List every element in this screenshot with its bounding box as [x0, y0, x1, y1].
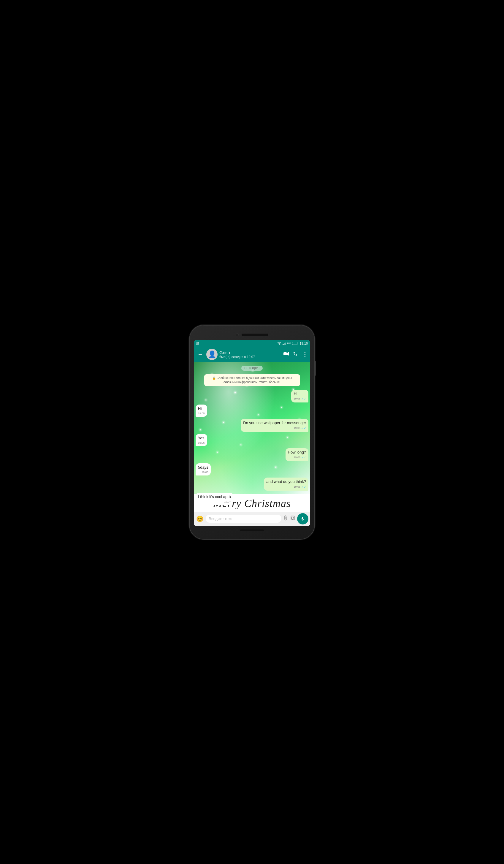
signal-icon — [283, 341, 286, 345]
message-bubble-out[interactable]: How long? 19:06 ✓✓ — [286, 448, 308, 461]
message-row: Hi 19:05 ✓✓ — [196, 390, 308, 403]
phone-bottom — [194, 527, 310, 533]
message-meta: 19:05 ✓✓ — [293, 397, 306, 401]
contact-status: был(-а) сегодня в 19:07 — [219, 355, 282, 359]
svg-point-0 — [279, 344, 280, 345]
message-bubble-in[interactable]: Yes 19:06 — [196, 434, 207, 446]
message-bubble-out[interactable]: Hi 19:05 ✓✓ — [291, 390, 308, 403]
message-meta: 19:06 ✓✓ — [288, 456, 306, 460]
message-time: 19:06 — [198, 441, 205, 445]
phone-top-bar — [194, 331, 310, 339]
more-options-icon[interactable]: ⋮ — [302, 351, 308, 358]
battery-icon — [292, 342, 298, 345]
message-time: 19:06 — [293, 485, 300, 489]
message-input-area: 😊 Введите текст — [194, 512, 310, 526]
mic-button[interactable] — [297, 513, 308, 525]
message-meta: 19:06 ✓✓ — [266, 485, 306, 489]
status-time: 19:10 — [300, 341, 308, 345]
message-row: Do you use wallpaper for messenger 19:05… — [196, 419, 308, 432]
svg-rect-1 — [284, 352, 287, 355]
battery-percent: 8% — [287, 342, 291, 345]
message-bubble-out[interactable]: Do you use wallpaper for messenger 19:05… — [241, 419, 308, 432]
message-time: 19:07 — [224, 500, 231, 504]
contact-name: Grish — [219, 350, 282, 355]
svg-marker-2 — [287, 352, 289, 356]
message-text: Hi — [293, 392, 297, 396]
message-row: I think it's cool app) 19:07 — [196, 493, 308, 505]
text-input[interactable]: Введите текст — [206, 515, 281, 523]
wifi-icon — [277, 341, 281, 345]
video-call-icon[interactable] — [284, 352, 289, 357]
status-bar: 🖼 8% — [194, 340, 310, 347]
message-text: 5days — [198, 465, 208, 470]
message-time: 19:05 — [293, 426, 300, 430]
input-container: Merry Christmas 😊 Введите текст — [194, 512, 310, 526]
message-meta: 19:05 — [198, 412, 205, 416]
message-time: 19:05 — [293, 397, 300, 401]
message-meta: 19:05 ✓✓ — [243, 426, 306, 430]
status-right: 8% 19:10 — [277, 341, 308, 345]
read-receipt-icon: ✓✓ — [301, 456, 306, 460]
emoji-button[interactable]: 😊 — [196, 515, 204, 523]
message-text: How long? — [288, 450, 306, 454]
message-text: Hi — [198, 406, 202, 411]
date-badge: СЕГОДНЯ — [241, 366, 262, 371]
read-receipt-icon: ✓✓ — [301, 485, 306, 489]
message-time: 19:06 — [293, 456, 300, 459]
attach-button[interactable] — [283, 515, 288, 522]
avatar[interactable]: 👤 — [206, 349, 218, 360]
message-bubble-in[interactable]: 5days 19:06 — [196, 463, 211, 476]
front-camera — [236, 333, 239, 336]
contact-info[interactable]: Grish был(-а) сегодня в 19:07 — [219, 350, 282, 359]
header-actions: ⋮ — [284, 351, 308, 358]
camera-button[interactable] — [290, 516, 296, 522]
message-row: and what do you think? 19:06 ✓✓ — [196, 478, 308, 490]
message-text: Yes — [198, 436, 204, 440]
system-message: 🔒 Сообщения и звонки в данном чате тепер… — [204, 374, 300, 386]
message-row: Yes 19:06 — [196, 434, 308, 446]
status-left: 🖼 — [196, 341, 199, 345]
read-receipt-icon: ✓✓ — [301, 397, 306, 401]
chat-content: СЕГОДНЯ 🔒 Сообщения и звонки в данном ча… — [194, 362, 310, 508]
phone-device: 🖼 8% — [190, 325, 314, 539]
notification-icon: 🖼 — [196, 341, 199, 345]
message-meta: 19:06 — [198, 470, 208, 474]
message-text: Do you use wallpaper for messenger — [243, 421, 306, 425]
message-text: I think it's cool app) — [198, 494, 231, 499]
message-row: Hi 19:05 — [196, 405, 308, 417]
chat-area[interactable]: СЕГОДНЯ 🔒 Сообщения и звонки в данном ча… — [194, 362, 310, 512]
speaker-grille — [242, 334, 268, 336]
phone-call-icon[interactable] — [293, 351, 298, 357]
power-button — [315, 361, 316, 376]
message-time: 19:06 — [202, 470, 208, 474]
message-time: 19:05 — [198, 412, 205, 416]
back-button[interactable]: ← — [196, 350, 204, 359]
message-bubble-in[interactable]: I think it's cool app) 19:07 — [196, 493, 233, 505]
message-row: 5days 19:06 — [196, 463, 308, 476]
message-bubble-in[interactable]: Hi 19:05 — [196, 405, 207, 417]
message-bubble-out[interactable]: and what do you think? 19:06 ✓✓ — [264, 478, 308, 490]
read-receipt-icon: ✓✓ — [301, 426, 306, 430]
avatar-icon: 👤 — [208, 350, 216, 358]
message-text: and what do you think? — [266, 479, 306, 484]
message-row: How long? 19:06 ✓✓ — [196, 448, 308, 461]
app-header: ← 👤 Grish был(-а) сегодня в 19:07 — [194, 347, 310, 362]
message-meta: 19:07 — [198, 500, 231, 504]
bottom-speaker — [240, 529, 264, 531]
message-meta: 19:06 — [198, 441, 205, 445]
phone-screen: 🖼 8% — [194, 340, 310, 526]
